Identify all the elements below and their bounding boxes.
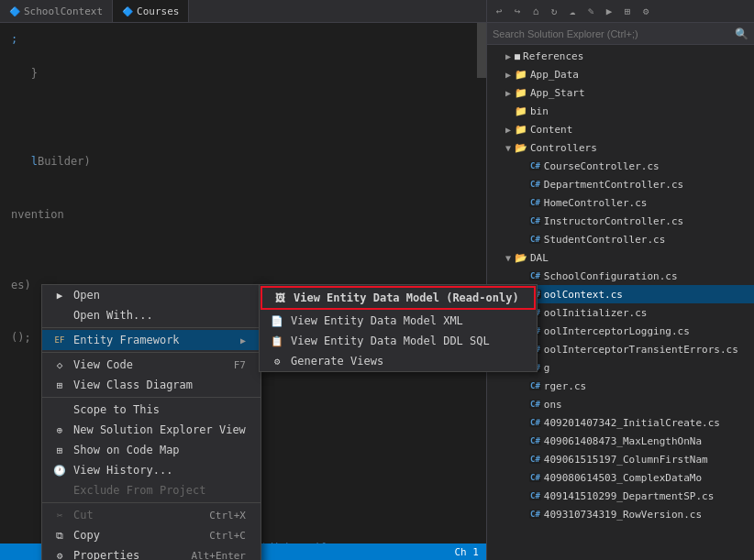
ef-xml-icon: 📄 (269, 315, 285, 327)
se-btn-refresh[interactable]: ☁ (564, 3, 581, 19)
tree-item-controllers[interactable]: ▼ 📂 Controllers (487, 138, 754, 157)
cm-new-se-view[interactable]: ⊕ New Solution Explorer View (42, 420, 261, 440)
se-btn-show-all[interactable]: ✎ (582, 3, 599, 19)
tree-item-migration6[interactable]: C# 409310734319_RowVersion.cs (487, 505, 754, 523)
cm-cut[interactable]: ✂ Cut Ctrl+X (42, 505, 261, 525)
code-line-3: } (11, 65, 475, 82)
code-line-13 (11, 241, 475, 258)
submenu-arrow: ▶ (240, 335, 246, 346)
code-line-1: ; (11, 30, 475, 48)
se-btn-home[interactable]: ⌂ (527, 3, 544, 19)
tree-item-appstart[interactable]: ▶ 📁 App_Start (487, 83, 754, 102)
tab-courses[interactable]: 🔷 Courses (113, 0, 189, 22)
search-icon: 🔍 (735, 27, 748, 40)
cm-separator-4 (42, 502, 261, 503)
code-line-11: nvention (11, 206, 475, 224)
cs-icon: C# (529, 235, 541, 244)
folder-icon: 📁 (515, 105, 527, 117)
tree-item-content[interactable]: ▶ 📁 Content (487, 120, 754, 138)
ef-submenu: 🖼 View Entity Data Model (Read-only) 📄 V… (259, 284, 538, 372)
tree-item-migration2[interactable]: C# 409061408473_MaxLengthOnNa (487, 432, 754, 450)
cs-icon: C# (529, 491, 541, 500)
cm-copy[interactable]: ⧉ Copy Ctrl+C (42, 525, 261, 545)
cm-scope-to-this[interactable]: Scope to This (42, 400, 261, 420)
search-input[interactable] (493, 28, 731, 39)
tab-schoolcontext[interactable]: 🔷 SchoolContext (0, 0, 113, 22)
view-code-icon: ◇ (51, 359, 68, 371)
cs-icon: C# (529, 271, 541, 280)
ef-generate-views[interactable]: ⚙ Generate Views (260, 351, 537, 371)
context-menu: ▶ Open Open With... EF Entity Framework … (41, 284, 261, 560)
folder-icon: 📁 (515, 124, 527, 136)
tree-item-migration4[interactable]: C# 409080614503_ComplexDataMo (487, 468, 754, 487)
cm-view-code[interactable]: ◇ View Code F7 (42, 355, 261, 375)
cs-icon: C# (529, 436, 541, 445)
tree-item-appdata[interactable]: ▶ 📁 App_Data (487, 65, 754, 83)
cm-properties[interactable]: ⚙ Properties Alt+Enter (42, 545, 261, 560)
tree-item-ons[interactable]: C# ons (487, 395, 754, 413)
se-btn-settings[interactable]: ⚙ (638, 3, 654, 19)
tree-item-studentcontroller[interactable]: C# StudentController.cs (487, 230, 754, 248)
tab-icon-courses: 🔷 (122, 6, 133, 16)
tree-item-migration5[interactable]: C# 409141510299_DepartmentSP.cs (487, 487, 754, 505)
properties-icon: ⚙ (51, 550, 68, 561)
tree-item-migration3[interactable]: C# 409061515197_ColumnFirstNam (487, 450, 754, 468)
new-view-icon: ⊕ (51, 424, 68, 436)
se-search-bar[interactable]: 🔍 (487, 23, 754, 45)
code-line-9 (11, 171, 475, 189)
code-line-7 (11, 136, 475, 153)
code-line-5 (11, 101, 475, 118)
se-btn-sync[interactable]: ↻ (546, 3, 562, 19)
scrollbar-thumb (477, 23, 486, 78)
se-btn-filter[interactable]: ▶ (601, 3, 617, 19)
cm-separator-1 (42, 327, 261, 328)
tree-item-bin[interactable]: 📁 bin (487, 102, 754, 120)
cm-view-history[interactable]: 🕐 View History... (42, 460, 261, 480)
folder-icon: 📂 (515, 142, 527, 154)
tab-icon: 🔷 (9, 6, 20, 16)
tree-item-migration1[interactable]: C# 409201407342_InitialCreate.cs (487, 413, 754, 432)
folder-icon: 📂 (515, 252, 527, 264)
se-btn-code[interactable]: ⊞ (619, 3, 636, 19)
tree-item-references[interactable]: ▶ ■ References (487, 47, 754, 65)
open-icon: ▶ (51, 290, 68, 302)
folder-icon: 📁 (515, 87, 527, 99)
tree-item-coursecontroller[interactable]: C# CourseController.cs (487, 157, 754, 175)
cs-icon: C# (529, 400, 541, 409)
cs-icon: C# (529, 455, 541, 464)
cs-icon: C# (529, 161, 541, 170)
ef-view-xml[interactable]: 📄 View Entity Data Model XML (260, 311, 537, 331)
references-icon: ■ (515, 51, 520, 61)
solution-explorer: ↩ ↪ ⌂ ↻ ☁ ✎ ▶ ⊞ ⚙ 🔍 ▶ ■ References (486, 0, 754, 560)
code-line-12 (11, 224, 475, 241)
cm-exclude[interactable]: Exclude From Project (42, 480, 261, 500)
cs-icon: C# (529, 180, 541, 189)
tree-item-departmentcontroller[interactable]: C# DepartmentController.cs (487, 175, 754, 193)
cm-open-with[interactable]: Open With... (42, 305, 261, 325)
code-line-10 (11, 189, 475, 206)
tree-item-rger[interactable]: C# rger.cs (487, 377, 754, 395)
se-btn-back[interactable]: ↩ (491, 3, 507, 19)
cs-icon: C# (529, 473, 541, 482)
cm-separator-2 (42, 352, 261, 353)
code-line-8: lBuilder) (11, 153, 475, 170)
cm-view-class-diagram[interactable]: ⊞ View Class Diagram (42, 375, 261, 395)
cm-entity-framework[interactable]: EF Entity Framework ▶ (42, 330, 261, 350)
ef-view-ddl[interactable]: 📋 View Entity Data Model DDL SQL (260, 331, 537, 351)
cm-show-code-map[interactable]: ⊞ Show on Code Map (42, 440, 261, 460)
code-line-2 (11, 48, 475, 65)
tree-item-dal[interactable]: ▼ 📂 DAL (487, 248, 754, 267)
se-btn-forward[interactable]: ↪ (509, 3, 526, 19)
status-ch: Ch 1 (455, 546, 480, 558)
tree-item-schoolconfig[interactable]: C# SchoolConfiguration.cs (487, 267, 754, 285)
cs-icon: C# (529, 216, 541, 225)
ef-generate-icon: ⚙ (269, 356, 285, 368)
tree-item-homecontroller[interactable]: C# HomeController.cs (487, 193, 754, 212)
code-panel-header: 🔷 SchoolContext 🔷 Courses (0, 0, 486, 23)
diagram-icon: ⊞ (51, 379, 68, 391)
ef-view-readonly[interactable]: 🖼 View Entity Data Model (Read-only) (261, 286, 536, 310)
cm-open[interactable]: ▶ Open (42, 285, 261, 305)
copy-icon: ⧉ (51, 530, 68, 542)
cs-icon: C# (529, 198, 541, 207)
tree-item-instructorcontroller[interactable]: C# InstructorController.cs (487, 212, 754, 230)
